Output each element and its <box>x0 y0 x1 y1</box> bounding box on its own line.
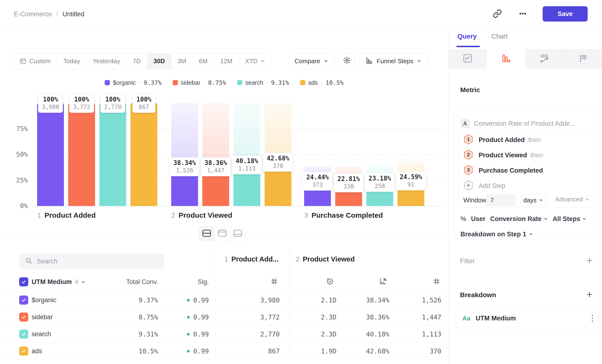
chevron-down-icon <box>529 232 533 236</box>
save-button[interactable]: Save <box>543 6 588 21</box>
flow-chart-icon <box>539 54 549 64</box>
bar-ghost-organic-step2 <box>171 103 198 166</box>
row-checkbox[interactable] <box>19 296 28 305</box>
count-metric-icon[interactable] <box>270 277 278 287</box>
row-step-value: 3,980 <box>232 292 280 309</box>
funnel-steps-card: 1Product Addedthen2Product Viewedthen3Pu… <box>458 130 593 208</box>
metric-letter-badge: A <box>461 119 470 128</box>
count-metric-icon[interactable] <box>432 277 441 287</box>
row-step-value: 867 <box>232 343 280 360</box>
select-all-checkbox[interactable] <box>19 277 28 286</box>
y-axis-tick: 50% <box>7 151 28 158</box>
bar-ghost-sidebar-step2 <box>202 103 229 166</box>
row-step-value: 1.9D <box>289 343 336 360</box>
split-view-icon <box>202 229 211 238</box>
hexagon-plus-icon <box>463 180 473 192</box>
query-step-1[interactable]: 1Product Addedthen <box>459 132 593 148</box>
step1-label: Product Add... <box>231 255 279 263</box>
copy-link-button[interactable] <box>491 8 503 20</box>
advanced-dropdown[interactable]: Advanced <box>555 196 590 203</box>
bar-search-step1[interactable] <box>99 103 126 206</box>
group-column-header[interactable]: UTM Medium 4 <box>32 278 86 286</box>
table-search <box>19 253 164 269</box>
step-number-badge: 2 <box>463 149 473 161</box>
group-count: 4 <box>75 278 78 286</box>
tab-insights[interactable] <box>449 49 487 69</box>
row-checkbox[interactable] <box>19 346 28 356</box>
query-step-3[interactable]: 3Purchase Completed <box>459 163 593 178</box>
add-filter-button[interactable] <box>585 256 594 265</box>
chevron-down-icon <box>582 217 586 221</box>
bar-organic-step1[interactable] <box>37 103 64 206</box>
row-checkbox[interactable] <box>19 312 28 321</box>
link-icon <box>493 9 502 19</box>
bar-ads-step1[interactable] <box>130 103 157 206</box>
row-step-value: 3,772 <box>232 309 280 326</box>
tab-funnels-selected[interactable] <box>487 49 525 69</box>
add-step-button[interactable]: Add Step <box>459 178 593 193</box>
row-total-conv: 10.5% <box>110 343 158 360</box>
metric-summary-row[interactable]: A Conversion Rate of Product Adde... <box>461 119 575 128</box>
measure-scope-dropdown[interactable]: All Steps <box>553 215 587 223</box>
tab-flows[interactable] <box>525 49 563 69</box>
row-name: sidebar <box>32 309 53 326</box>
y-axis-tick: 75% <box>7 125 28 132</box>
measure-user[interactable]: User <box>471 215 485 223</box>
query-step-2[interactable]: 2Product Viewedthen <box>459 148 593 163</box>
chart-type-tabs <box>449 49 602 69</box>
row-step-value: 1,447 <box>393 309 441 326</box>
table-row-ads[interactable]: ads10.5%0.998671.9D42.68%370 <box>0 343 448 360</box>
window-unit-select[interactable]: days <box>521 194 546 206</box>
measure-scope-label: All Steps <box>553 215 580 223</box>
bar-value-label: 24.44%373 <box>302 172 333 191</box>
row-step-value: 38.36% <box>342 309 389 326</box>
layout-table-only-button[interactable] <box>230 226 246 241</box>
table-row-search[interactable]: search9.31%0.992,7702.3D40.18%1,113 <box>0 326 448 343</box>
row-checkbox[interactable] <box>19 330 28 339</box>
breakdown-on-step-dropdown[interactable]: Breakdown on Step 1 <box>461 229 533 240</box>
bar-value-label: 23.18%258 <box>365 173 395 192</box>
kebab-menu-icon[interactable] <box>592 315 593 322</box>
conversion-rate-icon[interactable] <box>379 277 387 287</box>
total-conv-header[interactable]: Total Conv. <box>110 278 158 286</box>
row-name: ads <box>32 343 42 360</box>
avg-time-icon[interactable] <box>326 277 334 287</box>
group-label: UTM Medium <box>32 278 72 286</box>
funnel-analysis-app: E-Commerce / Untitled Save CustomTodayYe… <box>0 0 602 364</box>
chart-step-label-3: 3Purchase Completed <box>304 211 383 219</box>
layout-chart-only-button[interactable] <box>215 226 230 241</box>
window-value-input[interactable] <box>486 194 516 206</box>
tab-retention[interactable] <box>563 49 602 69</box>
add-breakdown-button[interactable] <box>585 290 594 299</box>
row-significance: 0.99 <box>161 326 209 343</box>
top-panel-view-icon <box>218 229 227 238</box>
tab-query[interactable]: Query <box>457 32 477 43</box>
bar-sidebar-step1[interactable] <box>68 103 95 206</box>
row-step-value: 1,113 <box>393 326 441 343</box>
chevron-down-icon <box>544 217 548 221</box>
row-significance: 0.99 <box>161 292 209 309</box>
row-name: $organic <box>32 292 56 309</box>
measure-metric-dropdown[interactable]: Conversion Rate <box>490 215 548 223</box>
chart-step-label-2: 2Product Viewed <box>171 211 232 219</box>
metric-heading: Metric <box>460 86 480 94</box>
row-step-value: 38.34% <box>342 292 389 309</box>
sig-header[interactable]: Sig. <box>161 278 209 286</box>
search-icon <box>25 257 32 266</box>
table-row-sidebar[interactable]: sidebar8.75%0.993,7722.3D38.36%1,447 <box>0 309 448 326</box>
window-label: Window <box>463 197 486 204</box>
row-step-value: 40.18% <box>342 326 389 343</box>
row-step-value: 2.3D <box>289 309 336 326</box>
more-options-button[interactable] <box>517 8 529 20</box>
layout-split-button[interactable] <box>199 226 215 241</box>
breakdown-on-label: Breakdown on Step 1 <box>461 231 526 238</box>
table-row-organic[interactable]: $organic9.37%0.993,9802.1D38.34%1,526 <box>0 292 448 309</box>
bottom-panel-view-icon <box>233 229 242 238</box>
svg-text:2: 2 <box>467 152 470 158</box>
search-input[interactable] <box>37 258 158 265</box>
breakdown-property-card[interactable]: Aa UTM Medium <box>455 308 599 328</box>
row-total-conv: 9.37% <box>110 292 158 309</box>
bar-value-label: 38.34%1,526 <box>170 157 200 176</box>
tab-chart[interactable]: Chart <box>491 32 508 43</box>
step-number-badge: 3 <box>463 164 473 176</box>
